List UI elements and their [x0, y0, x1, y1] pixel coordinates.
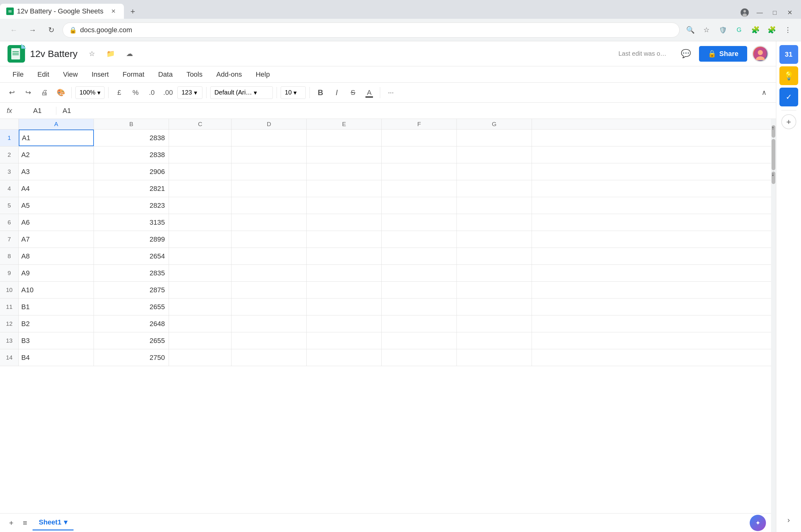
cell-g-3[interactable] [457, 163, 532, 180]
decimal-decrease-button[interactable]: .0 [145, 86, 159, 99]
cell-c-11[interactable] [169, 299, 231, 315]
cell-b-5[interactable]: 2823 [94, 197, 169, 214]
cell-d-6[interactable] [231, 214, 307, 231]
font-selector[interactable]: Default (Ari… ▾ [210, 87, 273, 99]
menu-tools[interactable]: Tools [180, 68, 209, 81]
cell-e-12[interactable] [307, 316, 382, 332]
cell-g-12[interactable] [457, 316, 532, 332]
cell-d-3[interactable] [231, 163, 307, 180]
cell-e-10[interactable] [307, 282, 382, 298]
cell-b-3[interactable]: 2906 [94, 163, 169, 180]
tab-close-button[interactable]: ✕ [109, 7, 118, 16]
google-keep-icon[interactable]: 💡 [779, 66, 798, 85]
cell-g-6[interactable] [457, 214, 532, 231]
bookmark-icon[interactable]: ☆ [700, 23, 713, 37]
minimize-button[interactable]: — [754, 6, 766, 19]
cell-reference-box[interactable]: A1 [19, 107, 56, 115]
font-size-selector[interactable]: 10 ▾ [281, 87, 306, 99]
menu-data[interactable]: Data [152, 68, 179, 81]
cell-f-9[interactable] [382, 265, 457, 281]
profile-button[interactable] [739, 6, 751, 19]
more-options-button[interactable]: ··· [384, 86, 398, 99]
cell-c-13[interactable] [169, 332, 231, 349]
cell-c-4[interactable] [169, 180, 231, 197]
cell-c-1[interactable] [169, 130, 231, 146]
add-sidebar-app-button[interactable]: + [781, 114, 796, 129]
column-header-b[interactable]: B [94, 119, 169, 129]
google-calendar-icon[interactable]: 31 [779, 45, 798, 64]
cell-g-11[interactable] [457, 299, 532, 315]
cell-a-13[interactable]: B3 [19, 332, 94, 349]
cell-f-10[interactable] [382, 282, 457, 298]
cell-e-13[interactable] [307, 332, 382, 349]
menu-format[interactable]: Format [116, 68, 151, 81]
extensions-menu-icon[interactable]: 🧩 [765, 23, 779, 37]
cell-g-1[interactable] [457, 130, 532, 146]
cell-f-4[interactable] [382, 180, 457, 197]
cell-f-2[interactable] [382, 147, 457, 163]
cell-g-2[interactable] [457, 147, 532, 163]
menu-edit[interactable]: Edit [31, 68, 55, 81]
cell-e-4[interactable] [307, 180, 382, 197]
cell-f-3[interactable] [382, 163, 457, 180]
cell-g-7[interactable] [457, 231, 532, 248]
cell-c-2[interactable] [169, 147, 231, 163]
undo-button[interactable]: ↩ [5, 86, 19, 99]
cell-d-1[interactable] [231, 130, 307, 146]
reload-button[interactable]: ↻ [44, 22, 59, 38]
text-color-button[interactable]: A [362, 86, 376, 99]
cell-c-12[interactable] [169, 316, 231, 332]
new-tab-button[interactable]: + [125, 4, 140, 19]
cell-c-7[interactable] [169, 231, 231, 248]
cell-a-2[interactable]: A2 [19, 147, 94, 163]
cell-d-14[interactable] [231, 349, 307, 366]
column-header-d[interactable]: D [231, 119, 307, 129]
currency-button[interactable]: £ [112, 86, 126, 99]
cell-a-9[interactable]: A9 [19, 265, 94, 281]
add-sheet-button[interactable]: + [5, 517, 18, 529]
extension-icon[interactable]: 🧩 [748, 23, 762, 37]
folder-button[interactable]: 📁 [104, 47, 118, 61]
sheet-tab-sheet1[interactable]: Sheet1 ▾ [33, 515, 74, 530]
paint-format-button[interactable]: 🎨 [54, 86, 68, 99]
column-header-a[interactable]: A [19, 119, 94, 129]
cell-c-5[interactable] [169, 197, 231, 214]
cell-e-14[interactable] [307, 349, 382, 366]
formula-input[interactable]: A1 [56, 103, 776, 119]
cell-g-4[interactable] [457, 180, 532, 197]
menu-addons[interactable]: Add-ons [210, 68, 248, 81]
back-button[interactable]: ← [6, 22, 21, 38]
cell-a-6[interactable]: A6 [19, 214, 94, 231]
cell-d-13[interactable] [231, 332, 307, 349]
cell-d-12[interactable] [231, 316, 307, 332]
cell-b-8[interactable]: 2654 [94, 248, 169, 264]
cell-g-10[interactable] [457, 282, 532, 298]
cell-e-1[interactable] [307, 130, 382, 146]
gemini-button[interactable]: ✦ [750, 515, 766, 531]
scrollbar-up-arrow[interactable]: ↑ [771, 125, 775, 138]
cell-d-11[interactable] [231, 299, 307, 315]
search-icon[interactable]: 🔍 [683, 23, 697, 37]
grammarly-icon[interactable]: G [732, 23, 746, 37]
cell-c-14[interactable] [169, 349, 231, 366]
cell-d-9[interactable] [231, 265, 307, 281]
url-bar[interactable]: 🔒 docs.google.com [62, 22, 680, 38]
cell-e-5[interactable] [307, 197, 382, 214]
cell-e-7[interactable] [307, 231, 382, 248]
cell-e-8[interactable] [307, 248, 382, 264]
format-type-selector[interactable]: 123 ▾ [177, 87, 203, 99]
user-avatar[interactable] [752, 46, 768, 62]
forward-button[interactable]: → [25, 22, 40, 38]
cell-a-12[interactable]: B2 [19, 316, 94, 332]
active-tab[interactable]: 12v Battery - Google Sheets ✕ [0, 4, 124, 19]
cloud-button[interactable]: ☁ [123, 47, 136, 61]
cell-a-5[interactable]: A5 [19, 197, 94, 214]
cell-d-10[interactable] [231, 282, 307, 298]
vertical-scrollbar[interactable]: ↑ ↓ [771, 119, 776, 532]
percent-button[interactable]: % [129, 86, 142, 99]
cell-f-6[interactable] [382, 214, 457, 231]
cell-c-9[interactable] [169, 265, 231, 281]
adblock-icon[interactable]: 🛡️ [716, 23, 730, 37]
cell-b-13[interactable]: 2655 [94, 332, 169, 349]
comments-button[interactable]: 💬 [678, 46, 694, 62]
